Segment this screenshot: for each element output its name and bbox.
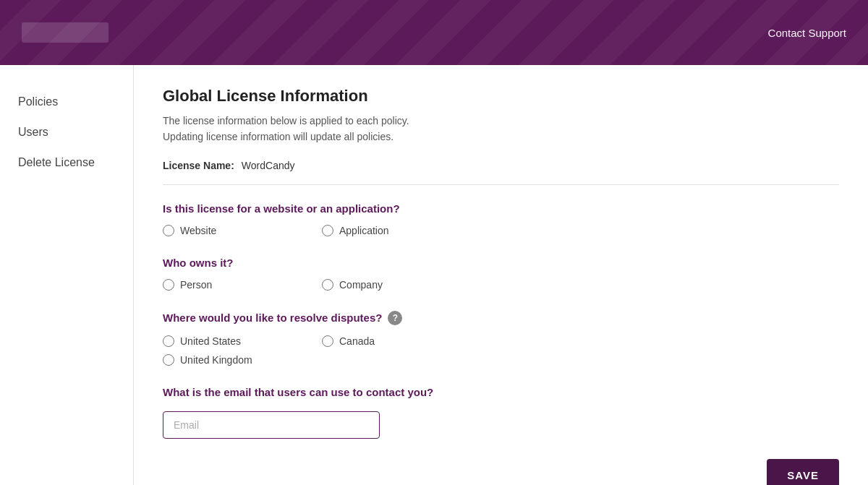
main-content: Global License Information The license i… <box>134 65 868 485</box>
question-3-row-1: United States Canada <box>163 335 839 347</box>
sidebar-item-delete-license[interactable]: Delete License <box>0 147 133 178</box>
license-name-row: License Name: WordCandy <box>163 160 839 185</box>
question-2-label: Who owns it? <box>163 257 839 269</box>
page-subtitle: The license information below is applied… <box>163 113 839 145</box>
license-name-label: License Name: <box>163 160 234 171</box>
page-title: Global License Information <box>163 87 839 106</box>
question-3-section: Where would you like to resolve disputes… <box>163 311 839 366</box>
radio-canada[interactable] <box>322 335 333 347</box>
question-3-label: Where would you like to resolve disputes… <box>163 311 839 325</box>
question-3-options: United States Canada United Kingdom <box>163 335 839 366</box>
option-person[interactable]: Person <box>163 279 322 291</box>
sidebar-item-users[interactable]: Users <box>0 117 133 147</box>
radio-company[interactable] <box>322 279 333 291</box>
body-wrap: Policies Users Delete License Global Lic… <box>0 65 868 485</box>
option-us[interactable]: United States <box>163 335 322 347</box>
radio-us[interactable] <box>163 335 174 347</box>
radio-website[interactable] <box>163 225 174 236</box>
radio-uk[interactable] <box>163 354 174 366</box>
question-1-section: Is this license for a website or an appl… <box>163 202 839 236</box>
option-application[interactable]: Application <box>322 225 481 236</box>
question-1-options: Website Application <box>163 225 839 236</box>
logo-image <box>22 22 109 43</box>
header: Contact Support <box>0 0 868 65</box>
save-button-wrap: SAVE <box>163 459 839 485</box>
option-uk[interactable]: United Kingdom <box>163 354 322 366</box>
option-website[interactable]: Website <box>163 225 322 236</box>
save-button[interactable]: SAVE <box>767 459 839 485</box>
question-4-label: What is the email that users can use to … <box>163 386 839 398</box>
question-4-section: What is the email that users can use to … <box>163 386 839 439</box>
contact-support-link[interactable]: Contact Support <box>768 27 846 39</box>
question-2-section: Who owns it? Person Company <box>163 257 839 291</box>
question-1-label: Is this license for a website or an appl… <box>163 202 839 215</box>
radio-person[interactable] <box>163 279 174 291</box>
question-3-row-2: United Kingdom <box>163 354 839 366</box>
sidebar: Policies Users Delete License <box>0 65 134 485</box>
sidebar-item-policies[interactable]: Policies <box>0 87 133 117</box>
question-2-options: Person Company <box>163 279 839 291</box>
option-canada[interactable]: Canada <box>322 335 481 347</box>
help-icon[interactable]: ? <box>388 311 402 325</box>
email-field[interactable] <box>163 411 380 439</box>
radio-application[interactable] <box>322 225 333 236</box>
license-name-value: WordCandy <box>242 160 295 171</box>
option-company[interactable]: Company <box>322 279 481 291</box>
logo <box>22 22 109 43</box>
